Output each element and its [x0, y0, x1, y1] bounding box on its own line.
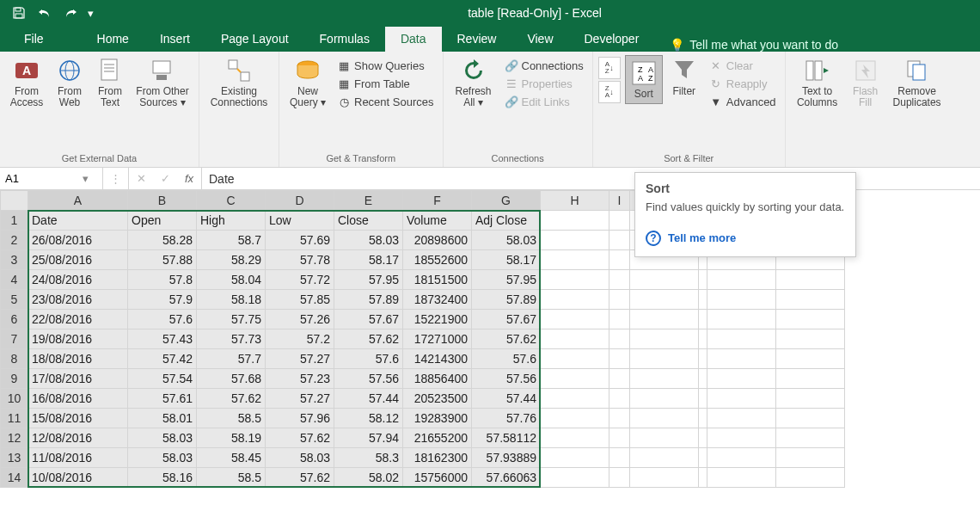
- fx-icon[interactable]: fx: [177, 172, 201, 185]
- filter-button[interactable]: Filter: [665, 55, 703, 99]
- from-access-button[interactable]: A From Access: [5, 55, 48, 110]
- col-header-F[interactable]: F: [403, 191, 472, 211]
- cell-H1[interactable]: [541, 211, 609, 231]
- formula-input[interactable]: Date: [202, 168, 980, 189]
- cell-C11[interactable]: 58.5: [197, 409, 266, 428]
- cell-H12[interactable]: [541, 428, 609, 448]
- tell-me-search[interactable]: 💡 Tell me what you want to do: [670, 38, 838, 52]
- tab-page-layout[interactable]: Page Layout: [205, 27, 304, 52]
- cell-B10[interactable]: 57.61: [128, 389, 197, 409]
- existing-connections-button[interactable]: Existing Connections: [205, 55, 273, 110]
- cell-H4[interactable]: [541, 270, 609, 290]
- cell-E14[interactable]: 58.02: [334, 468, 403, 488]
- row-header-2[interactable]: 2: [1, 231, 28, 250]
- cell-H14[interactable]: [541, 468, 609, 488]
- cell-A7[interactable]: 19/08/2016: [28, 329, 128, 349]
- cell-E13[interactable]: 58.3: [334, 448, 403, 468]
- cell-D3[interactable]: 57.78: [266, 250, 334, 270]
- cell-C6[interactable]: 57.75: [197, 310, 266, 329]
- cell-M4[interactable]: [776, 270, 845, 290]
- cell-G6[interactable]: 57.67: [472, 310, 541, 329]
- cell-I8[interactable]: [609, 349, 630, 369]
- cell-A6[interactable]: 22/08/2016: [28, 310, 128, 329]
- cell-M12[interactable]: [776, 428, 845, 448]
- cell-G9[interactable]: 57.56: [472, 369, 541, 389]
- flash-fill-button[interactable]: Flash Fill: [847, 55, 885, 110]
- row-header-5[interactable]: 5: [1, 290, 28, 310]
- cell-J14[interactable]: [630, 468, 699, 488]
- cell-I5[interactable]: [609, 290, 630, 310]
- tab-view[interactable]: View: [511, 27, 568, 52]
- cell-D1[interactable]: Low: [266, 211, 334, 231]
- cell-M6[interactable]: [776, 310, 845, 329]
- cell-C4[interactable]: 58.04: [197, 270, 266, 290]
- col-header-B[interactable]: B: [128, 191, 197, 211]
- redo-icon[interactable]: [58, 3, 83, 23]
- cell-A4[interactable]: 24/08/2016: [28, 270, 128, 290]
- cell-B12[interactable]: 58.03: [128, 428, 197, 448]
- col-header-D[interactable]: D: [266, 191, 334, 211]
- cell-K7[interactable]: [699, 329, 707, 349]
- cell-C10[interactable]: 57.62: [197, 389, 266, 409]
- cell-I2[interactable]: [609, 231, 630, 250]
- cell-B9[interactable]: 57.54: [128, 369, 197, 389]
- row-header-4[interactable]: 4: [1, 270, 28, 290]
- cell-F14[interactable]: 15756000: [403, 468, 472, 488]
- cell-H8[interactable]: [541, 349, 609, 369]
- cell-C3[interactable]: 58.29: [197, 250, 266, 270]
- cell-A14[interactable]: 10/08/2016: [28, 468, 128, 488]
- cell-J4[interactable]: [630, 270, 699, 290]
- show-queries-button[interactable]: ▦Show Queries: [334, 57, 438, 74]
- row-header-3[interactable]: 3: [1, 250, 28, 270]
- remove-duplicates-button[interactable]: Remove Duplicates: [887, 55, 947, 110]
- advanced-button[interactable]: ▼Advanced: [706, 93, 780, 110]
- cell-E7[interactable]: 57.62: [334, 329, 403, 349]
- accept-formula-icon[interactable]: ✓: [153, 172, 177, 185]
- tab-home[interactable]: Home: [82, 27, 144, 52]
- tab-data[interactable]: Data: [385, 27, 442, 52]
- cell-K10[interactable]: [699, 389, 707, 409]
- reapply-button[interactable]: ↻Reapply: [706, 75, 780, 92]
- cell-F6[interactable]: 15221900: [403, 310, 472, 329]
- cell-I7[interactable]: [609, 329, 630, 349]
- cell-K12[interactable]: [699, 428, 707, 448]
- cell-E8[interactable]: 57.6: [334, 349, 403, 369]
- cell-L11[interactable]: [707, 409, 776, 428]
- refresh-all-button[interactable]: Refresh All ▾: [449, 55, 499, 110]
- cell-I6[interactable]: [609, 310, 630, 329]
- cell-A11[interactable]: 15/08/2016: [28, 409, 128, 428]
- cell-D13[interactable]: 58.03: [266, 448, 334, 468]
- cell-K5[interactable]: [699, 290, 707, 310]
- cell-D12[interactable]: 57.62: [266, 428, 334, 448]
- cell-I12[interactable]: [609, 428, 630, 448]
- cell-H13[interactable]: [541, 448, 609, 468]
- tab-insert[interactable]: Insert: [144, 27, 205, 52]
- cell-G2[interactable]: 58.03: [472, 231, 541, 250]
- cell-D2[interactable]: 57.69: [266, 231, 334, 250]
- cell-K6[interactable]: [699, 310, 707, 329]
- cell-H11[interactable]: [541, 409, 609, 428]
- cell-L13[interactable]: [707, 448, 776, 468]
- cell-D14[interactable]: 57.62: [266, 468, 334, 488]
- cell-B4[interactable]: 57.8: [128, 270, 197, 290]
- cell-G1[interactable]: Adj Close: [472, 211, 541, 231]
- tab-review[interactable]: Review: [442, 27, 512, 52]
- cell-E2[interactable]: 58.03: [334, 231, 403, 250]
- cell-M8[interactable]: [776, 349, 845, 369]
- cell-G8[interactable]: 57.6: [472, 349, 541, 369]
- cell-G3[interactable]: 58.17: [472, 250, 541, 270]
- from-web-button[interactable]: From Web: [51, 55, 89, 110]
- cell-J9[interactable]: [630, 369, 699, 389]
- from-table-button[interactable]: ▦From Table: [334, 75, 438, 92]
- clear-button[interactable]: ✕Clear: [706, 57, 780, 74]
- cell-M5[interactable]: [776, 290, 845, 310]
- cell-B7[interactable]: 57.43: [128, 329, 197, 349]
- cell-K4[interactable]: [699, 270, 707, 290]
- row-header-10[interactable]: 10: [1, 389, 28, 409]
- cell-E6[interactable]: 57.67: [334, 310, 403, 329]
- cell-C8[interactable]: 57.7: [197, 349, 266, 369]
- cell-F13[interactable]: 18162300: [403, 448, 472, 468]
- cell-E3[interactable]: 58.17: [334, 250, 403, 270]
- cell-B13[interactable]: 58.03: [128, 448, 197, 468]
- cell-D9[interactable]: 57.23: [266, 369, 334, 389]
